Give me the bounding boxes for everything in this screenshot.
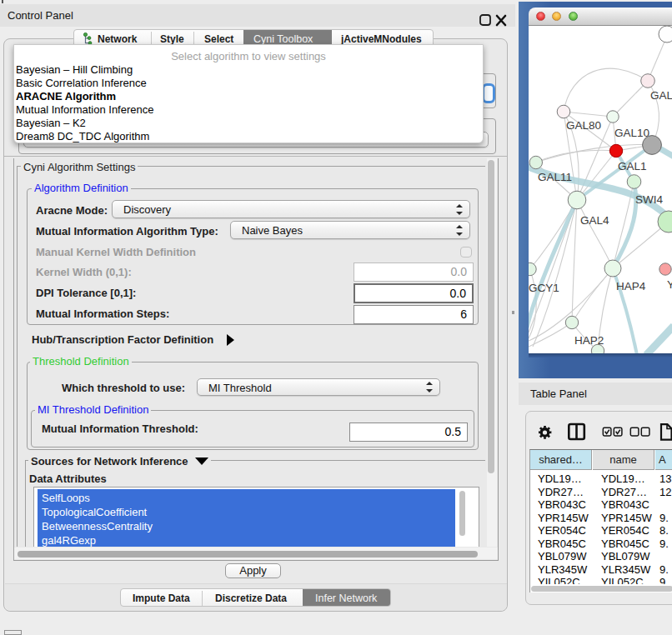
svg-text:GAL80: GAL80 — [566, 119, 601, 132]
svg-text:HAP4: HAP4 — [616, 280, 646, 292]
svg-text:GAL11: GAL11 — [538, 171, 572, 183]
svg-text:GAL1: GAL1 — [618, 160, 647, 172]
svg-text:SWI4: SWI4 — [635, 193, 663, 206]
svg-text:Y: Y — [667, 278, 672, 291]
svg-text:HAP2: HAP2 — [574, 334, 604, 347]
svg-text:GAL: GAL — [650, 89, 672, 102]
svg-text:GCY1: GCY1 — [529, 282, 559, 294]
svg-text:GAL10: GAL10 — [614, 127, 649, 139]
svg-text:GAL4: GAL4 — [580, 214, 609, 227]
